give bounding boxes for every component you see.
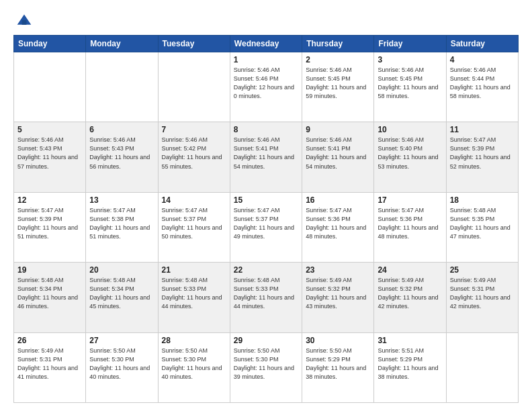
day-info: Sunrise: 5:49 AM Sunset: 5:32 PM Dayligh…: [378, 276, 442, 311]
day-info: Sunrise: 5:51 AM Sunset: 5:29 PM Dayligh…: [378, 347, 442, 381]
page: SundayMondayTuesdayWednesdayThursdayFrid…: [0, 0, 532, 411]
day-info: Sunrise: 5:49 AM Sunset: 5:31 PM Dayligh…: [17, 347, 82, 381]
day-number: 15: [234, 195, 298, 205]
day-info: Sunrise: 5:46 AM Sunset: 5:45 PM Dayligh…: [378, 66, 442, 101]
day-info: Sunrise: 5:47 AM Sunset: 5:38 PM Dayligh…: [89, 206, 154, 241]
svg-rect-1: [22, 20, 27, 25]
day-number: 21: [162, 265, 226, 275]
calendar-cell-4-0: 26Sunrise: 5:49 AM Sunset: 5:31 PM Dayli…: [14, 332, 86, 402]
calendar-cell-4-6: [446, 332, 518, 402]
day-number: 3: [378, 55, 442, 64]
day-info: Sunrise: 5:48 AM Sunset: 5:34 PM Dayligh…: [17, 276, 82, 311]
day-number: 4: [450, 55, 515, 64]
calendar-cell-0-3: 1Sunrise: 5:46 AM Sunset: 5:46 PM Daylig…: [230, 52, 302, 122]
calendar-cell-2-2: 14Sunrise: 5:47 AM Sunset: 5:37 PM Dayli…: [158, 192, 230, 262]
day-number: 10: [378, 125, 442, 134]
day-info: Sunrise: 5:46 AM Sunset: 5:41 PM Dayligh…: [306, 136, 370, 171]
calendar-cell-2-3: 15Sunrise: 5:47 AM Sunset: 5:37 PM Dayli…: [230, 192, 302, 262]
day-number: 14: [162, 195, 226, 205]
calendar-cell-3-2: 21Sunrise: 5:48 AM Sunset: 5:33 PM Dayli…: [158, 263, 230, 332]
weekday-header-tuesday: Tuesday: [158, 36, 230, 52]
logo: [13, 12, 32, 28]
calendar-row-2: 12Sunrise: 5:47 AM Sunset: 5:39 PM Dayli…: [14, 192, 519, 262]
calendar-cell-1-4: 9Sunrise: 5:46 AM Sunset: 5:41 PM Daylig…: [302, 122, 374, 192]
calendar-cell-0-2: [158, 52, 230, 122]
calendar-table: SundayMondayTuesdayWednesdayThursdayFrid…: [13, 35, 519, 403]
calendar-cell-2-0: 12Sunrise: 5:47 AM Sunset: 5:39 PM Dayli…: [14, 192, 86, 262]
day-number: 12: [17, 195, 82, 205]
day-info: Sunrise: 5:46 AM Sunset: 5:42 PM Dayligh…: [162, 136, 226, 171]
day-info: Sunrise: 5:47 AM Sunset: 5:36 PM Dayligh…: [378, 206, 442, 241]
header: [13, 12, 519, 28]
day-info: Sunrise: 5:46 AM Sunset: 5:43 PM Dayligh…: [89, 136, 154, 171]
day-info: Sunrise: 5:46 AM Sunset: 5:45 PM Dayligh…: [306, 66, 370, 101]
calendar-cell-1-2: 7Sunrise: 5:46 AM Sunset: 5:42 PM Daylig…: [158, 122, 230, 192]
weekday-header-saturday: Saturday: [446, 36, 518, 52]
day-number: 26: [17, 336, 82, 345]
calendar-cell-4-1: 27Sunrise: 5:50 AM Sunset: 5:30 PM Dayli…: [86, 332, 158, 402]
calendar-cell-0-5: 3Sunrise: 5:46 AM Sunset: 5:45 PM Daylig…: [374, 52, 446, 122]
day-info: Sunrise: 5:50 AM Sunset: 5:30 PM Dayligh…: [89, 347, 154, 381]
day-info: Sunrise: 5:50 AM Sunset: 5:30 PM Dayligh…: [234, 347, 298, 381]
day-number: 18: [450, 195, 515, 205]
day-number: 1: [234, 55, 298, 64]
calendar-row-0: 1Sunrise: 5:46 AM Sunset: 5:46 PM Daylig…: [14, 52, 519, 122]
day-number: 20: [89, 265, 154, 275]
day-number: 23: [306, 265, 370, 275]
day-info: Sunrise: 5:48 AM Sunset: 5:35 PM Dayligh…: [450, 206, 515, 241]
calendar-row-3: 19Sunrise: 5:48 AM Sunset: 5:34 PM Dayli…: [14, 263, 519, 332]
calendar-cell-3-4: 23Sunrise: 5:49 AM Sunset: 5:32 PM Dayli…: [302, 263, 374, 332]
day-info: Sunrise: 5:46 AM Sunset: 5:41 PM Dayligh…: [234, 136, 298, 171]
day-number: 2: [306, 55, 370, 64]
calendar-cell-3-3: 22Sunrise: 5:48 AM Sunset: 5:33 PM Dayli…: [230, 263, 302, 332]
calendar-cell-3-5: 24Sunrise: 5:49 AM Sunset: 5:32 PM Dayli…: [374, 263, 446, 332]
day-info: Sunrise: 5:47 AM Sunset: 5:39 PM Dayligh…: [17, 206, 82, 241]
day-info: Sunrise: 5:47 AM Sunset: 5:36 PM Dayligh…: [306, 206, 370, 241]
day-info: Sunrise: 5:48 AM Sunset: 5:34 PM Dayligh…: [89, 276, 154, 311]
weekday-header-monday: Monday: [86, 36, 158, 52]
weekday-header-thursday: Thursday: [302, 36, 374, 52]
day-info: Sunrise: 5:46 AM Sunset: 5:46 PM Dayligh…: [234, 66, 298, 101]
day-info: Sunrise: 5:50 AM Sunset: 5:29 PM Dayligh…: [306, 347, 370, 381]
day-number: 29: [234, 336, 298, 345]
day-number: 8: [234, 125, 298, 134]
calendar-cell-1-6: 11Sunrise: 5:47 AM Sunset: 5:39 PM Dayli…: [446, 122, 518, 192]
calendar-cell-0-4: 2Sunrise: 5:46 AM Sunset: 5:45 PM Daylig…: [302, 52, 374, 122]
day-number: 6: [89, 125, 154, 134]
day-number: 11: [450, 125, 515, 134]
day-number: 5: [17, 125, 82, 134]
calendar-cell-1-0: 5Sunrise: 5:46 AM Sunset: 5:43 PM Daylig…: [14, 122, 86, 192]
calendar-cell-4-2: 28Sunrise: 5:50 AM Sunset: 5:30 PM Dayli…: [158, 332, 230, 402]
day-number: 24: [378, 265, 442, 275]
day-info: Sunrise: 5:47 AM Sunset: 5:37 PM Dayligh…: [234, 206, 298, 241]
calendar-cell-2-4: 16Sunrise: 5:47 AM Sunset: 5:36 PM Dayli…: [302, 192, 374, 262]
day-number: 30: [306, 336, 370, 345]
weekday-header-friday: Friday: [374, 36, 446, 52]
calendar-cell-1-3: 8Sunrise: 5:46 AM Sunset: 5:41 PM Daylig…: [230, 122, 302, 192]
calendar-cell-2-5: 17Sunrise: 5:47 AM Sunset: 5:36 PM Dayli…: [374, 192, 446, 262]
day-number: 27: [89, 336, 154, 345]
day-number: 7: [162, 125, 226, 134]
day-number: 16: [306, 195, 370, 205]
day-info: Sunrise: 5:46 AM Sunset: 5:44 PM Dayligh…: [450, 66, 515, 101]
calendar-cell-2-1: 13Sunrise: 5:47 AM Sunset: 5:38 PM Dayli…: [86, 192, 158, 262]
weekday-header-sunday: Sunday: [14, 36, 86, 52]
calendar-cell-1-5: 10Sunrise: 5:46 AM Sunset: 5:40 PM Dayli…: [374, 122, 446, 192]
logo-icon: [16, 12, 32, 28]
day-number: 25: [450, 265, 515, 275]
calendar-cell-0-6: 4Sunrise: 5:46 AM Sunset: 5:44 PM Daylig…: [446, 52, 518, 122]
day-number: 17: [378, 195, 442, 205]
day-info: Sunrise: 5:50 AM Sunset: 5:30 PM Dayligh…: [162, 347, 226, 381]
weekday-header-row: SundayMondayTuesdayWednesdayThursdayFrid…: [14, 36, 519, 52]
calendar-cell-3-0: 19Sunrise: 5:48 AM Sunset: 5:34 PM Dayli…: [14, 263, 86, 332]
day-info: Sunrise: 5:49 AM Sunset: 5:32 PM Dayligh…: [306, 276, 370, 311]
day-number: 13: [89, 195, 154, 205]
calendar-cell-4-5: 31Sunrise: 5:51 AM Sunset: 5:29 PM Dayli…: [374, 332, 446, 402]
calendar-cell-0-1: [86, 52, 158, 122]
day-number: 31: [378, 336, 442, 345]
day-info: Sunrise: 5:49 AM Sunset: 5:31 PM Dayligh…: [450, 276, 515, 311]
weekday-header-wednesday: Wednesday: [230, 36, 302, 52]
day-number: 9: [306, 125, 370, 134]
calendar-row-1: 5Sunrise: 5:46 AM Sunset: 5:43 PM Daylig…: [14, 122, 519, 192]
day-info: Sunrise: 5:47 AM Sunset: 5:37 PM Dayligh…: [162, 206, 226, 241]
